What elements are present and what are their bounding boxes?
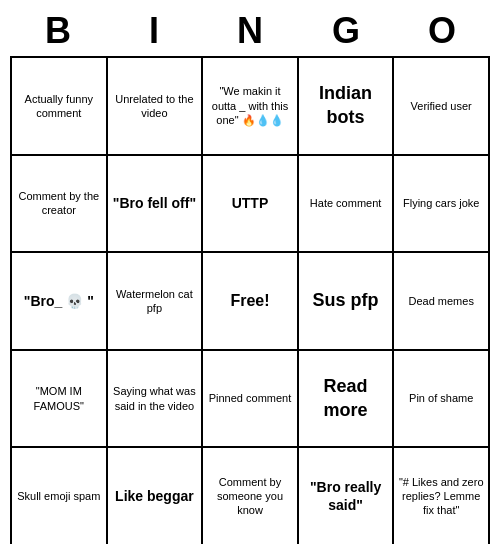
bingo-cell-11: Watermelon cat pfp xyxy=(108,253,204,351)
bingo-cell-2: "We makin it outta _ with this one" 🔥💧💧 xyxy=(203,58,299,156)
cell-text-2: "We makin it outta _ with this one" 🔥💧💧 xyxy=(207,62,293,150)
bingo-cell-10: "Bro_ 💀 " xyxy=(12,253,108,351)
bingo-cell-16: Saying what was said in the video xyxy=(108,351,204,449)
bingo-cell-24: "# Likes and zero replies? Lemme fix tha… xyxy=(394,448,490,544)
cell-text-23: "Bro really said" xyxy=(303,452,389,540)
bingo-cell-21: Like beggar xyxy=(108,448,204,544)
bingo-cell-13: Sus pfp xyxy=(299,253,395,351)
bingo-cell-6: "Bro fell off" xyxy=(108,156,204,254)
cell-text-15: "MOM IM FAMOUS" xyxy=(16,355,102,443)
cell-text-20: Skull emoji spam xyxy=(16,452,102,540)
bingo-header: BINGO xyxy=(10,10,490,52)
bingo-cell-18: Read more xyxy=(299,351,395,449)
bingo-cell-0: Actually funny comment xyxy=(12,58,108,156)
bingo-cell-14: Dead memes xyxy=(394,253,490,351)
cell-text-11: Watermelon cat pfp xyxy=(112,257,198,345)
bingo-cell-7: UTTP xyxy=(203,156,299,254)
cell-text-13: Sus pfp xyxy=(303,257,389,345)
cell-text-5: Comment by the creator xyxy=(16,160,102,248)
cell-text-24: "# Likes and zero replies? Lemme fix tha… xyxy=(398,452,484,540)
cell-text-18: Read more xyxy=(303,355,389,443)
bingo-cell-15: "MOM IM FAMOUS" xyxy=(12,351,108,449)
cell-text-1: Unrelated to the video xyxy=(112,62,198,150)
cell-text-17: Pinned comment xyxy=(207,355,293,443)
bingo-grid: Actually funny commentUnrelated to the v… xyxy=(10,56,490,544)
cell-text-3: Indian bots xyxy=(303,62,389,150)
cell-text-9: Flying cars joke xyxy=(398,160,484,248)
cell-text-0: Actually funny comment xyxy=(16,62,102,150)
bingo-cell-20: Skull emoji spam xyxy=(12,448,108,544)
cell-text-14: Dead memes xyxy=(398,257,484,345)
cell-text-19: Pin of shame xyxy=(398,355,484,443)
bingo-letter-i: I xyxy=(110,10,198,52)
bingo-card: BINGO Actually funny commentUnrelated to… xyxy=(10,10,490,544)
bingo-cell-22: Comment by someone you know xyxy=(203,448,299,544)
bingo-cell-12: Free! xyxy=(203,253,299,351)
bingo-cell-19: Pin of shame xyxy=(394,351,490,449)
cell-text-7: UTTP xyxy=(207,160,293,248)
cell-text-6: "Bro fell off" xyxy=(112,160,198,248)
bingo-cell-5: Comment by the creator xyxy=(12,156,108,254)
cell-text-16: Saying what was said in the video xyxy=(112,355,198,443)
bingo-cell-3: Indian bots xyxy=(299,58,395,156)
cell-text-4: Verified user xyxy=(398,62,484,150)
bingo-cell-8: Hate comment xyxy=(299,156,395,254)
bingo-letter-n: N xyxy=(206,10,294,52)
cell-text-21: Like beggar xyxy=(112,452,198,540)
cell-text-22: Comment by someone you know xyxy=(207,452,293,540)
bingo-cell-1: Unrelated to the video xyxy=(108,58,204,156)
bingo-cell-17: Pinned comment xyxy=(203,351,299,449)
bingo-cell-23: "Bro really said" xyxy=(299,448,395,544)
bingo-cell-4: Verified user xyxy=(394,58,490,156)
bingo-letter-b: B xyxy=(14,10,102,52)
bingo-letter-o: O xyxy=(398,10,486,52)
cell-text-10: "Bro_ 💀 " xyxy=(16,257,102,345)
bingo-letter-g: G xyxy=(302,10,390,52)
cell-text-8: Hate comment xyxy=(303,160,389,248)
bingo-cell-9: Flying cars joke xyxy=(394,156,490,254)
cell-text-12: Free! xyxy=(207,257,293,345)
